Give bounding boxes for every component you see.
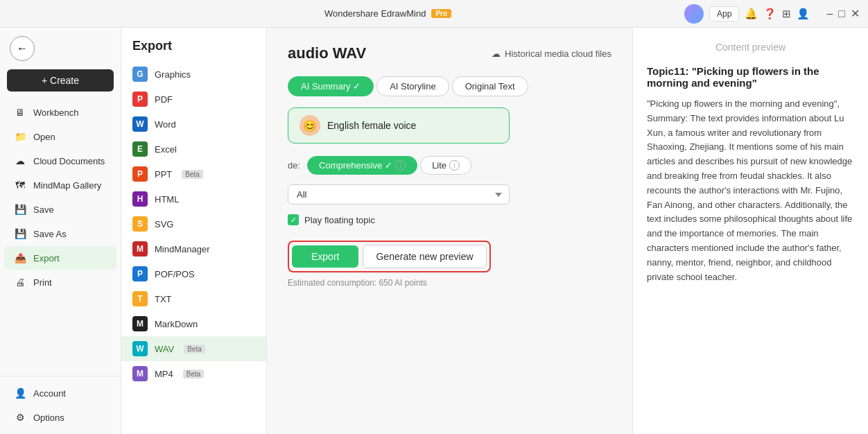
- sidebar-item-mindmap[interactable]: 🗺MindMap Gallery: [4, 173, 116, 197]
- tab-group: AI Summary ✓ AI Storyline Original Text: [288, 76, 611, 96]
- generate-preview-button[interactable]: Generate new preview: [363, 245, 486, 268]
- voice-avatar-icon: 😊: [300, 115, 320, 136]
- export-item-mp4[interactable]: M MP4 Beta: [121, 361, 266, 386]
- titlebar: Wondershare EdrawMind Pro App 🔔 ❓ ⊞ 👤 – …: [0, 0, 868, 28]
- pdf-icon: P: [132, 92, 148, 107]
- mp4-icon: M: [132, 366, 148, 381]
- sidebar-item-saveas[interactable]: 💾Save As: [4, 222, 116, 245]
- close-button[interactable]: ✕: [851, 7, 860, 20]
- lite-info-icon[interactable]: i: [449, 160, 460, 171]
- html-label: HTML: [155, 194, 179, 205]
- mode-comprehensive[interactable]: Comprehensive ✓ i: [307, 156, 417, 175]
- export-item-markdown[interactable]: M MarkDown: [121, 311, 266, 336]
- workbench-icon: 🖥: [14, 106, 26, 119]
- graphics-label: Graphics: [155, 69, 191, 80]
- graphics-icon: G: [132, 67, 148, 82]
- select-row: All Selected Current: [288, 184, 611, 205]
- nav-bottom-items: 👤Account⚙Options: [0, 381, 121, 429]
- play-floating-checkbox[interactable]: ✓: [288, 214, 299, 225]
- export-item-ppt[interactable]: P PPT Beta: [121, 162, 266, 186]
- play-floating-label: Play floating topic: [304, 215, 375, 225]
- grid-icon[interactable]: ⊞: [782, 8, 791, 20]
- word-label: Word: [155, 119, 176, 130]
- sidebar: ← + Create 🖥Workbench📁Open☁Cloud Documen…: [0, 28, 121, 434]
- tab-ai-summary[interactable]: AI Summary ✓: [288, 76, 374, 96]
- mode-label-text: de:: [288, 160, 300, 171]
- estimated-consumption: Estimated consumption: 650 AI points: [288, 278, 611, 288]
- export-item-txt[interactable]: T TXT: [121, 286, 266, 311]
- mp4-badge: Beta: [183, 370, 205, 379]
- preview-panel-title: Content preview: [647, 42, 854, 53]
- bell-icon[interactable]: 🔔: [745, 8, 758, 20]
- export-item-graphics[interactable]: G Graphics: [121, 62, 266, 87]
- export-item-excel[interactable]: E Excel: [121, 137, 266, 162]
- preview-text: "Picking up flowers in the morning and e…: [647, 97, 854, 284]
- export-panel: Export G Graphics P PDF W Word E Excel P…: [121, 28, 267, 434]
- app-button[interactable]: App: [709, 6, 739, 21]
- sidebar-item-open[interactable]: 📁Open: [4, 125, 116, 148]
- sidebar-item-save[interactable]: 💾Save: [4, 198, 116, 221]
- app-title-area: Wondershare EdrawMind Pro: [324, 8, 451, 19]
- tab-original-text[interactable]: Original Text: [452, 76, 528, 96]
- export-item-svg[interactable]: S SVG: [121, 211, 266, 236]
- tab-ai-storyline[interactable]: AI Storyline: [376, 76, 449, 96]
- export-item-wav[interactable]: W WAV Beta: [121, 336, 266, 361]
- voice-label: English female voice: [327, 120, 416, 131]
- scope-select[interactable]: All Selected Current: [288, 184, 510, 205]
- ppt-label: PPT: [155, 169, 172, 180]
- ppt-icon: P: [132, 166, 148, 182]
- export-item-mindmanager[interactable]: M MindManager: [121, 236, 266, 261]
- export-item-pdf[interactable]: P PDF: [121, 87, 266, 112]
- markdown-label: MarkDown: [155, 319, 198, 329]
- titlebar-right: App 🔔 ❓ ⊞ 👤 – □ ✕: [684, 4, 860, 24]
- content-title: audio WAV: [288, 44, 366, 62]
- saveas-icon: 💾: [14, 227, 26, 240]
- mp4-label: MP4: [155, 369, 173, 379]
- preview-panel: Content preview Topic11: "Picking up flo…: [632, 28, 868, 434]
- create-button[interactable]: + Create: [7, 69, 114, 92]
- sidebar-item-workbench[interactable]: 🖥Workbench: [4, 101, 116, 124]
- html-icon: H: [132, 191, 148, 207]
- wav-icon: W: [132, 341, 148, 356]
- user-icon[interactable]: 👤: [797, 8, 810, 20]
- action-wrapper: Export Generate new preview: [288, 241, 491, 272]
- mindmanager-label: MindManager: [155, 244, 210, 254]
- sidebar-item-print[interactable]: 🖨Print: [4, 270, 116, 294]
- help-icon[interactable]: ❓: [763, 8, 776, 20]
- txt-icon: T: [132, 291, 148, 306]
- export-item-word[interactable]: W Word: [121, 112, 266, 137]
- minimize-button[interactable]: –: [826, 8, 833, 20]
- excel-icon: E: [132, 141, 148, 157]
- user-avatar: [684, 4, 704, 24]
- cloud-icon: ☁: [14, 155, 26, 167]
- export-button[interactable]: Export: [292, 245, 358, 268]
- voice-selector[interactable]: 😊 English female voice: [288, 107, 510, 144]
- cloud-link[interactable]: ☁ Historical media cloud files: [492, 49, 611, 59]
- nav-items: 🖥Workbench📁Open☁Cloud Documents🗺MindMap …: [0, 100, 121, 295]
- mindmap-icon: 🗺: [14, 179, 26, 191]
- preview-topic: Topic11: "Picking up flowers in the morn…: [647, 65, 854, 89]
- wav-label: WAV: [155, 344, 174, 354]
- markdown-icon: M: [132, 316, 148, 331]
- export-item-pof[interactable]: P POF/POS: [121, 261, 266, 286]
- word-icon: W: [132, 116, 148, 132]
- maximize-button[interactable]: □: [838, 8, 845, 20]
- back-button[interactable]: ←: [10, 36, 35, 61]
- export-panel-title: Export: [121, 39, 266, 62]
- sidebar-item-options[interactable]: ⚙Options: [4, 406, 116, 429]
- sidebar-item-export[interactable]: 📤Export: [4, 246, 116, 270]
- export-items: G Graphics P PDF W Word E Excel P PPT Be…: [121, 62, 266, 386]
- sidebar-item-account[interactable]: 👤Account: [4, 381, 116, 405]
- comprehensive-info-icon[interactable]: i: [395, 160, 406, 171]
- content-header: audio WAV ☁ Historical media cloud files: [288, 44, 611, 62]
- sidebar-item-cloud[interactable]: ☁Cloud Documents: [4, 149, 116, 173]
- main-content: audio WAV ☁ Historical media cloud files…: [267, 28, 632, 434]
- account-icon: 👤: [14, 387, 26, 399]
- checkbox-row: ✓ Play floating topic: [288, 214, 611, 225]
- cloud-label: Historical media cloud files: [505, 49, 611, 59]
- export-item-html[interactable]: H HTML: [121, 186, 266, 211]
- cloud-icon: ☁: [492, 49, 501, 59]
- pdf-label: PDF: [155, 94, 173, 105]
- mode-lite[interactable]: Lite i: [420, 156, 471, 175]
- pof-icon: P: [132, 266, 148, 281]
